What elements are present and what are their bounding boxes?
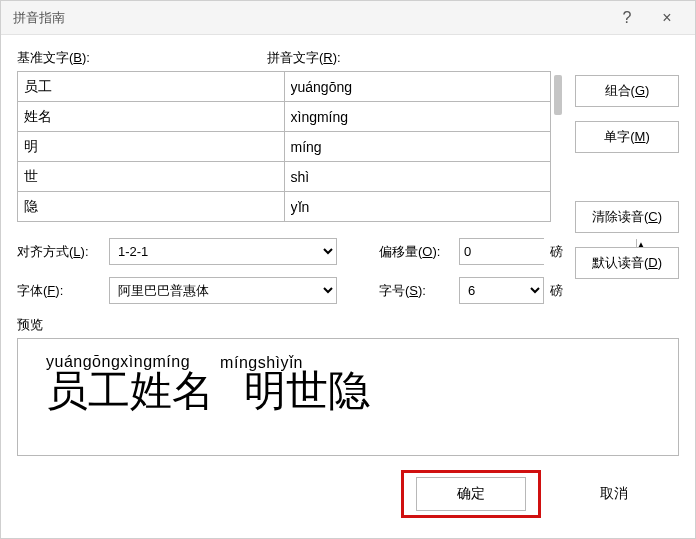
base-text-label: 基准文字(B): <box>17 49 267 67</box>
table-row <box>18 132 551 162</box>
base-input[interactable] <box>18 73 284 101</box>
size-select[interactable]: 6 <box>459 277 544 304</box>
align-label: 对齐方式(L): <box>17 243 109 261</box>
preview-base: 明世隐 <box>244 370 370 412</box>
preview-box: yuángōngxìngmíng míngshìyǐn 员工姓名 明世隐 <box>17 338 679 456</box>
table-row <box>18 162 551 192</box>
preview-label: 预览 <box>17 317 43 332</box>
offset-label: 偏移量(O): <box>379 243 459 261</box>
ruby-text-label: 拼音文字(R): <box>267 49 563 67</box>
table-scrollbar[interactable] <box>553 71 563 222</box>
pinyin-table <box>17 71 551 222</box>
ruby-input[interactable] <box>285 103 551 131</box>
single-button[interactable]: 单字(M) <box>575 121 679 153</box>
ok-button[interactable]: 确定 <box>416 477 526 511</box>
titlebar: 拼音指南 ? × <box>1 1 695 35</box>
table-row <box>18 192 551 222</box>
cancel-button[interactable]: 取消 <box>559 477 669 511</box>
size-unit: 磅 <box>550 282 563 300</box>
ruby-input[interactable] <box>285 133 551 161</box>
group-button[interactable]: 组合(G) <box>575 75 679 107</box>
ruby-input[interactable] <box>285 73 551 101</box>
help-button[interactable]: ? <box>607 1 647 35</box>
ruby-input[interactable] <box>285 193 551 221</box>
preview-base: 员工姓名 <box>46 370 214 412</box>
size-label: 字号(S): <box>379 282 459 300</box>
align-select[interactable]: 1-2-1 <box>109 238 337 265</box>
ruby-input[interactable] <box>285 163 551 191</box>
base-input[interactable] <box>18 133 284 161</box>
font-label: 字体(F): <box>17 282 109 300</box>
ok-highlight: 确定 <box>401 470 541 518</box>
base-input[interactable] <box>18 193 284 221</box>
table-row <box>18 102 551 132</box>
base-input[interactable] <box>18 163 284 191</box>
close-button[interactable]: × <box>647 1 687 35</box>
font-select[interactable]: 阿里巴巴普惠体 <box>109 277 337 304</box>
offset-spinner[interactable]: ▲ ▼ <box>459 238 544 265</box>
offset-unit: 磅 <box>550 243 563 261</box>
default-ruby-button[interactable]: 默认读音(D) <box>575 247 679 279</box>
scrollbar-thumb[interactable] <box>554 75 562 115</box>
window-title: 拼音指南 <box>13 9 607 27</box>
clear-ruby-button[interactable]: 清除读音(C) <box>575 201 679 233</box>
base-input[interactable] <box>18 103 284 131</box>
table-row <box>18 72 551 102</box>
